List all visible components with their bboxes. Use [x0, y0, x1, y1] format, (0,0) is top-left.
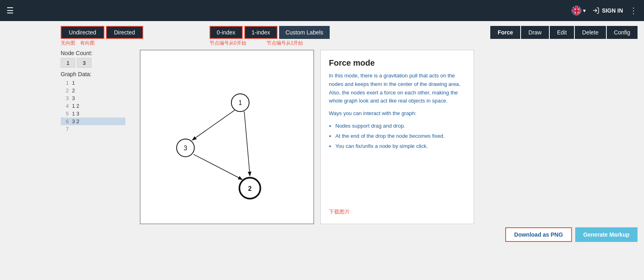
edge-1-3: [193, 110, 235, 140]
info-bullet-2: At the end of the drop the node becomes …: [335, 132, 466, 141]
index-group: 0-index 1-index Custom Labels 节点编号从0开始 节…: [210, 26, 330, 47]
graph-data-table: 1 1 2 2 3 3 4 1 2 5 1 3: [61, 79, 125, 133]
info-body: In this mode, there is a gravitation pul…: [329, 72, 466, 204]
graph-row-7: 7: [61, 125, 125, 133]
node-1-label: 1: [238, 99, 242, 106]
node-count-input-2[interactable]: [77, 58, 91, 68]
one-index-button[interactable]: 1-index: [244, 26, 278, 39]
graph-row-6: 6 3 2: [61, 118, 125, 125]
undirected-button[interactable]: Undirected: [61, 26, 104, 39]
svg-rect-8: [576, 6, 578, 15]
top-controls: Undirected Directed 无向图 有向图 0-index 1-in…: [61, 26, 638, 47]
graph-type-buttons: Undirected Directed: [61, 26, 145, 39]
graph-data-label: Graph Data:: [61, 71, 133, 77]
edit-mode-button[interactable]: Edit: [550, 26, 574, 39]
graph-row-1: 1 1: [61, 79, 125, 87]
graph-canvas[interactable]: 1 3 2: [140, 50, 314, 224]
draw-mode-button[interactable]: Draw: [521, 26, 549, 39]
left-panel: Node Count: Graph Data: 1 1 2 2 3 3: [61, 50, 133, 224]
graph-type-labels: 无向图 有向图: [61, 39, 100, 47]
node-count-inputs: [61, 58, 133, 68]
signin-button[interactable]: SIGN IN: [592, 7, 623, 14]
directed-sublabel: 有向图: [80, 40, 95, 47]
hamburger-icon[interactable]: ☰: [6, 6, 14, 15]
graph-svg: 1 3 2: [140, 50, 314, 224]
force-mode-button[interactable]: Force: [490, 26, 520, 39]
index-buttons: 0-index 1-index Custom Labels: [210, 26, 330, 39]
graph-row-2: 2 2: [61, 87, 125, 94]
header: ☰ ▾: [0, 0, 644, 21]
lang-chevron: ▾: [583, 7, 586, 14]
edge-3-2: [193, 154, 241, 180]
info-panel: Force mode In this mode, there is a grav…: [320, 50, 474, 224]
info-bullet-1: Nodes support drag and drop.: [335, 122, 466, 130]
node-3-label: 3: [184, 145, 187, 152]
config-mode-button[interactable]: Config: [607, 26, 638, 39]
index-labels: 节点编号从0开始 节点编号从1开始: [210, 39, 303, 47]
header-right: ▾ SIGN IN ⋮: [572, 6, 638, 15]
graph-row-3: 3 3: [61, 94, 125, 102]
info-para1: In this mode, there is a gravitation pul…: [329, 72, 466, 105]
directed-button[interactable]: Directed: [106, 26, 143, 39]
info-ways-label: Ways you can interact with the graph:: [329, 109, 466, 118]
undirected-sublabel: 无向图: [61, 40, 75, 47]
canvas-area: 1 3 2: [140, 50, 314, 224]
one-index-sublabel: 节点编号从1开始: [267, 40, 303, 47]
node-2-label: 2: [248, 185, 252, 192]
language-selector[interactable]: ▾: [572, 6, 586, 15]
download-image-link[interactable]: 下载图片: [329, 208, 466, 216]
more-options-icon[interactable]: ⋮: [629, 6, 638, 15]
zero-index-sublabel: 节点编号从0开始: [210, 40, 246, 47]
flag-icon: [572, 6, 581, 15]
graph-row-4: 4 1 2: [61, 102, 125, 110]
graph-type-group: Undirected Directed 无向图 有向图: [61, 26, 145, 47]
node-count-input-1[interactable]: [61, 58, 75, 68]
signin-label: SIGN IN: [602, 7, 623, 14]
generate-markup-button[interactable]: Generate Markup: [575, 227, 638, 242]
info-bullet-3: You can fix/unfix a node by simple click…: [335, 142, 466, 151]
content-area: Node Count: Graph Data: 1 1 2 2 3 3: [61, 50, 638, 224]
info-title: Force mode: [329, 58, 466, 68]
zero-index-button[interactable]: 0-index: [210, 26, 243, 39]
graph-row-5: 5 1 3: [61, 110, 125, 118]
mode-buttons: Force Draw Edit Delete Config: [490, 26, 638, 39]
node-count-label: Node Count:: [61, 50, 133, 56]
main-area: Undirected Directed 无向图 有向图 0-index 1-in…: [0, 21, 644, 247]
bottom-buttons: Download as PNG Generate Markup: [61, 227, 638, 242]
download-png-button[interactable]: Download as PNG: [505, 227, 572, 242]
info-bullets: Nodes support drag and drop. At the end …: [335, 122, 466, 150]
header-left: ☰: [6, 6, 14, 15]
delete-mode-button[interactable]: Delete: [575, 26, 606, 39]
custom-labels-button[interactable]: Custom Labels: [279, 26, 330, 39]
edge-1-2: [244, 111, 250, 175]
